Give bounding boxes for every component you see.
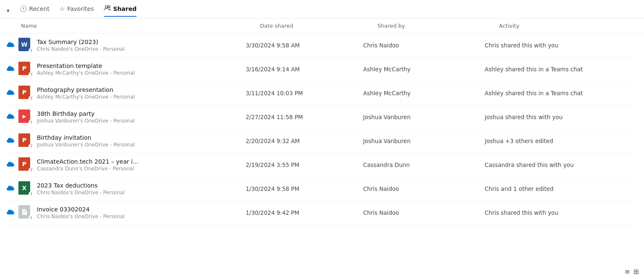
- file-title: Birthday invitation: [37, 134, 135, 141]
- file-subtitle: Cassandra Dunn's OneDrive - Personal: [37, 166, 138, 172]
- svg-point-0: [105, 5, 108, 8]
- file-activity: Ashley shared this in a Teams chat: [485, 66, 637, 73]
- file-info: Photography presentation Ashley McCarthy…: [37, 86, 135, 100]
- favorites-label: Favorites: [67, 5, 93, 12]
- file-shared-by: Joshua Vanburen: [363, 138, 485, 144]
- shared-label: Shared: [113, 5, 137, 12]
- file-info: 38th Birthday party Joshua Vanburen's On…: [37, 110, 135, 124]
- file-activity: Cassandra shared this with you: [485, 162, 637, 168]
- file-subtitle: Ashley McCarthy's OneDrive - Personal: [37, 94, 135, 100]
- svg-point-1: [108, 6, 110, 8]
- file-name-cell: T Photography presentation Ashley McCart…: [7, 86, 246, 101]
- share-badge-icon: ↑: [29, 191, 34, 197]
- file-subtitle: Ashley McCarthy's OneDrive - Personal: [37, 70, 135, 76]
- file-name-cell: T Presentation template Ashley McCarthy'…: [7, 62, 246, 77]
- file-info: Tax Summary (2023) Chris Naidoo's OneDri…: [37, 39, 125, 52]
- file-info: Invoice 03302024 Chris Naidoo's OneDrive…: [37, 206, 125, 219]
- file-info: ClimateAction.tech 2021 – year i... Cass…: [37, 158, 138, 172]
- nav-item-recent[interactable]: 🕐 Recent: [20, 5, 49, 16]
- file-date: 2/19/2024 3:55 PM: [246, 162, 363, 168]
- file-name-cell: ↑ 38th Birthday party Joshua Vanburen's …: [7, 110, 246, 125]
- table-row[interactable]: ↑ Invoice 03302024 Chris Naidoo's OneDri…: [7, 201, 637, 225]
- nav-dropdown[interactable]: ▾: [7, 8, 10, 14]
- table-row[interactable]: T ClimateAction.tech 2021 – year i... Ca…: [7, 153, 637, 177]
- teams-badge-icon: T: [29, 167, 34, 173]
- file-icon-container: T: [18, 86, 33, 101]
- file-title: Invoice 03302024: [37, 206, 125, 213]
- cloud-sync-icon: [7, 42, 14, 49]
- cloud-sync-icon: [7, 185, 14, 192]
- file-icon-container: ↑: [18, 110, 33, 125]
- file-subtitle: Chris Naidoo's OneDrive - Personal: [37, 190, 125, 196]
- table-row[interactable]: ↑ 38th Birthday party Joshua Vanburen's …: [7, 105, 637, 129]
- file-name-cell: ↑ 2023 Tax deductions Chris Naidoo's One…: [7, 181, 246, 196]
- cloud-sync-icon: [7, 209, 14, 216]
- file-name-cell: ↑ Tax Summary (2023) Chris Naidoo's OneD…: [7, 38, 246, 53]
- col-header-activity[interactable]: Activity: [499, 23, 637, 29]
- file-activity: Joshua +3 others edited: [485, 138, 637, 144]
- table-row[interactable]: T Birthday invitation Joshua Vanburen's …: [7, 129, 637, 153]
- shared-icon: [104, 5, 111, 12]
- file-icon-container: T: [18, 157, 33, 172]
- table-row[interactable]: T Photography presentation Ashley McCart…: [7, 81, 637, 105]
- file-shared-by: Joshua Vanburen: [363, 114, 485, 120]
- file-activity: Ashley shared this in a Teams chat: [485, 90, 637, 96]
- file-activity: Chris and 1 other edited: [485, 185, 637, 192]
- file-subtitle: Chris Naidoo's OneDrive - Personal: [37, 46, 125, 52]
- file-name-cell: T ClimateAction.tech 2021 – year i... Ca…: [7, 157, 246, 172]
- cloud-sync-icon: [7, 138, 14, 144]
- col-header-date[interactable]: Date shared: [260, 23, 377, 29]
- file-subtitle: Chris Naidoo's OneDrive - Personal: [37, 214, 125, 219]
- file-shared-by: Chris Naidoo: [363, 209, 485, 216]
- file-icon-container: T: [18, 133, 33, 149]
- file-title: Presentation template: [37, 63, 135, 69]
- col-header-name[interactable]: Name: [21, 23, 260, 29]
- teams-badge-icon: T: [29, 96, 34, 102]
- file-info: Presentation template Ashley McCarthy's …: [37, 63, 135, 76]
- teams-badge-icon: T: [29, 143, 34, 149]
- file-date: 3/16/2024 9:14 AM: [246, 66, 363, 73]
- recent-label: Recent: [29, 5, 49, 12]
- file-info: 2023 Tax deductions Chris Naidoo's OneDr…: [37, 182, 125, 196]
- file-icon-container: ↑: [18, 38, 33, 53]
- cloud-sync-icon: [7, 66, 14, 73]
- file-name-cell: T Birthday invitation Joshua Vanburen's …: [7, 133, 246, 149]
- file-name-cell: ↑ Invoice 03302024 Chris Naidoo's OneDri…: [7, 205, 246, 220]
- file-date: 3/11/2024 10:03 PM: [246, 90, 363, 96]
- file-title: 2023 Tax deductions: [37, 182, 125, 189]
- file-date: 1/30/2024 9:58 PM: [246, 185, 363, 192]
- file-title: Tax Summary (2023): [37, 39, 125, 45]
- file-activity: Chris shared this with you: [485, 209, 637, 216]
- file-date: 3/30/2024 9:58 AM: [246, 42, 363, 49]
- table-row[interactable]: T Presentation template Ashley McCarthy'…: [7, 57, 637, 81]
- cloud-sync-icon: [7, 162, 14, 168]
- favorites-icon: ☆: [60, 5, 65, 12]
- share-badge-icon: ↑: [29, 48, 34, 54]
- file-shared-by: Cassandra Dunn: [363, 162, 485, 168]
- nav-item-favorites[interactable]: ☆ Favorites: [60, 5, 94, 16]
- file-info: Birthday invitation Joshua Vanburen's On…: [37, 134, 135, 148]
- file-list: ↑ Tax Summary (2023) Chris Naidoo's OneD…: [0, 34, 644, 225]
- file-shared-by: Chris Naidoo: [363, 42, 485, 49]
- file-date: 1/30/2024 9:42 PM: [246, 209, 363, 216]
- file-shared-by: Ashley McCarthy: [363, 90, 485, 96]
- top-navigation: ▾ 🕐 Recent ☆ Favorites Shared: [0, 0, 644, 18]
- recent-icon: 🕐: [20, 5, 27, 12]
- file-title: 38th Birthday party: [37, 110, 135, 117]
- file-date: 2/27/2024 11:58 PM: [246, 114, 363, 120]
- file-title: ClimateAction.tech 2021 – year i...: [37, 158, 138, 165]
- file-icon-container: T: [18, 62, 33, 77]
- share-badge-icon: ↑: [29, 120, 34, 125]
- col-header-shared-by[interactable]: Shared by: [377, 23, 499, 29]
- table-row[interactable]: ↑ 2023 Tax deductions Chris Naidoo's One…: [7, 177, 637, 201]
- nav-item-shared[interactable]: Shared: [104, 5, 137, 16]
- file-date: 2/20/2024 9:32 AM: [246, 138, 363, 144]
- file-icon-container: ↑: [18, 205, 33, 220]
- cloud-sync-icon: [7, 90, 14, 96]
- file-icon-container: ↑: [18, 181, 33, 196]
- table-row[interactable]: ↑ Tax Summary (2023) Chris Naidoo's OneD…: [7, 34, 637, 57]
- file-activity: Chris shared this with you: [485, 42, 637, 49]
- file-title: Photography presentation: [37, 86, 135, 93]
- cloud-sync-icon: [7, 114, 14, 120]
- teams-badge-icon: T: [29, 72, 34, 78]
